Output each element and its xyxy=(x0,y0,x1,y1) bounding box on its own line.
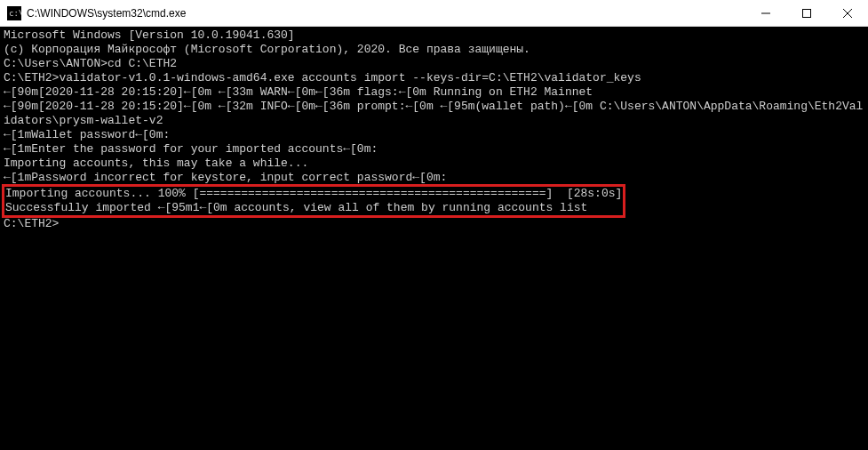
terminal-line: Microsoft Windows [Version 10.0.19041.63… xyxy=(4,28,864,43)
terminal-line: ←[1mWallet password←[0m: xyxy=(4,128,864,142)
terminal-line: Importing accounts, this may take a whil… xyxy=(4,157,864,171)
terminal-prompt: C:\ETH2> xyxy=(4,217,864,231)
terminal-line: (c) Корпорация Майкрософт (Microsoft Cor… xyxy=(4,43,864,57)
window-controls xyxy=(745,0,868,26)
svg-text:c:\: c:\ xyxy=(9,9,21,18)
terminal-line: C:\Users\ANTON>cd C:\ETH2 xyxy=(4,57,864,71)
cmd-icon: c:\ xyxy=(7,6,21,20)
highlighted-output: Importing accounts... 100% [============… xyxy=(4,186,624,216)
terminal-line: ←[1mEnter the password for your imported… xyxy=(4,142,864,157)
terminal-line: Successfully imported ←[95m1←[0m account… xyxy=(5,201,622,215)
close-button[interactable] xyxy=(827,0,868,27)
window-title: C:\WINDOWS\system32\cmd.exe xyxy=(27,7,745,20)
prompt-text: C:\ETH2> xyxy=(4,217,59,230)
cmd-window: c:\ C:\WINDOWS\system32\cmd.exe Microsof… xyxy=(0,0,868,450)
terminal-line: Importing accounts... 100% [============… xyxy=(5,187,622,201)
window-titlebar: c:\ C:\WINDOWS\system32\cmd.exe xyxy=(0,0,868,27)
terminal-line: C:\ETH2>validator-v1.0.1-windows-amd64.e… xyxy=(4,71,864,85)
maximize-button[interactable] xyxy=(786,0,827,27)
terminal-line: ←[1mPassword incorrect for keystore, inp… xyxy=(4,171,864,185)
terminal-line: ←[90m[2020-11-28 20:15:20]←[0m ←[33m WAR… xyxy=(4,85,864,100)
terminal-line: ←[90m[2020-11-28 20:15:20]←[0m ←[32m INF… xyxy=(4,100,864,128)
minimize-button[interactable] xyxy=(745,0,786,27)
svg-rect-3 xyxy=(803,10,811,18)
terminal-output[interactable]: Microsoft Windows [Version 10.0.19041.63… xyxy=(0,27,868,450)
cursor xyxy=(59,218,66,230)
